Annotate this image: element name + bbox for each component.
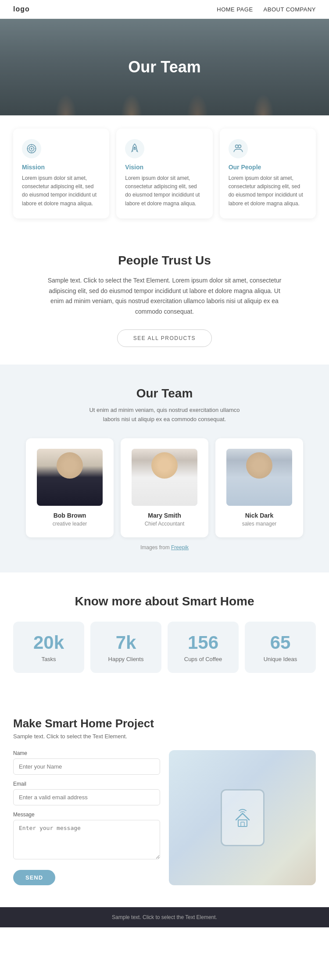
trust-section: People Trust Us Sample text. Click to se… — [0, 236, 329, 365]
stat-coffee-number: 156 — [176, 632, 230, 653]
email-label: Email — [13, 781, 160, 787]
stat-coffee-label: Cups of Coffee — [176, 656, 230, 662]
team-card-nick: Nick Dark sales manager — [215, 438, 303, 537]
email-field-group: Email — [13, 781, 160, 805]
tablet-illustration — [221, 789, 265, 846]
mission-title: Mission — [22, 164, 100, 171]
svg-point-2 — [31, 148, 32, 149]
svg-point-8 — [235, 145, 238, 148]
rocket-icon — [125, 139, 144, 158]
svg-rect-10 — [238, 820, 247, 826]
team-card-bob: Bob Brown creative leader — [26, 438, 114, 537]
stat-tasks-label: Tasks — [22, 656, 75, 662]
contact-title: Make Smart Home Project — [13, 717, 316, 730]
nick-role: sales manager — [224, 521, 294, 527]
team-cards-container: Bob Brown creative leader Mary Smith Chi… — [13, 438, 316, 537]
stat-ideas-label: Unique Ideas — [254, 656, 307, 662]
stat-coffee: 156 Cups of Coffee — [168, 622, 239, 673]
team-subtitle: Ut enim ad minim veniam, quis nostrud ex… — [86, 406, 243, 424]
contact-wrapper: Name Email Message SEND — [13, 750, 316, 885]
nick-photo-img — [226, 449, 292, 506]
vision-title: Vision — [125, 164, 204, 171]
stats-grid: 20k Tasks 7k Happy Clients 156 Cups of C… — [13, 622, 316, 673]
our-people-title: Our People — [229, 164, 307, 171]
svg-point-7 — [134, 147, 136, 148]
svg-point-9 — [238, 145, 241, 148]
hero-section: Our Team — [0, 19, 329, 115]
footer-text: Sample text. Click to select the Text El… — [13, 914, 316, 920]
trust-title: People Trust Us — [13, 254, 316, 268]
our-people-text: Lorem ipsum dolor sit amet, consectetur … — [229, 174, 307, 208]
nick-photo — [226, 449, 292, 506]
stat-ideas-number: 65 — [254, 632, 307, 653]
mary-role: Chief Accountant — [129, 521, 200, 527]
bob-photo — [37, 449, 103, 506]
home-page-link[interactable]: HOME PAGE — [217, 6, 253, 13]
stats-section: Know more about Smart Home 20k Tasks 7k … — [0, 572, 329, 695]
target-icon — [22, 139, 41, 158]
freepik-note: Images from Freepik — [13, 544, 316, 551]
stat-tasks: 20k Tasks — [13, 622, 84, 673]
feature-cards: Mission Lorem ipsum dolor sit amet, cons… — [0, 115, 329, 236]
vision-text: Lorem ipsum dolor sit amet, consectetur … — [125, 174, 204, 208]
svg-rect-11 — [241, 822, 244, 826]
message-label: Message — [13, 812, 160, 818]
vision-card: Vision Lorem ipsum dolor sit amet, conse… — [116, 129, 212, 218]
email-input[interactable] — [13, 789, 160, 805]
about-company-link[interactable]: ABOUT COMPANY — [264, 6, 316, 13]
hero-title: Our Team — [128, 58, 200, 76]
our-people-card: Our People Lorem ipsum dolor sit amet, c… — [220, 129, 316, 218]
team-card-mary: Mary Smith Chief Accountant — [121, 438, 208, 537]
team-title: Our Team — [13, 386, 316, 401]
svg-point-12 — [242, 813, 243, 814]
mary-photo-img — [132, 449, 197, 506]
contact-image-content — [221, 789, 265, 846]
mission-card: Mission Lorem ipsum dolor sit amet, cons… — [13, 129, 109, 218]
mary-photo — [132, 449, 197, 506]
message-field-group: Message — [13, 812, 160, 861]
name-input[interactable] — [13, 758, 160, 775]
nick-name: Nick Dark — [224, 512, 294, 519]
logo: logo — [13, 5, 30, 13]
stat-clients-number: 7k — [99, 632, 153, 653]
stat-tasks-number: 20k — [22, 632, 75, 653]
stats-title: Know more about Smart Home — [13, 594, 316, 608]
navbar: logo HOME PAGE ABOUT COMPANY — [0, 0, 329, 19]
freepik-link[interactable]: Freepik — [171, 544, 189, 551]
name-label: Name — [13, 750, 160, 756]
name-field-group: Name — [13, 750, 160, 775]
house-wifi-icon — [229, 805, 256, 831]
team-section: Our Team Ut enim ad minim veniam, quis n… — [0, 365, 329, 572]
see-all-products-button[interactable]: SEE ALL PRODUCTS — [117, 329, 212, 347]
mission-text: Lorem ipsum dolor sit amet, consectetur … — [22, 174, 100, 208]
stat-clients-label: Happy Clients — [99, 656, 153, 662]
bob-photo-img — [37, 449, 103, 506]
trust-body: Sample text. Click to select the Text El… — [42, 275, 287, 317]
bob-role: creative leader — [35, 521, 105, 527]
nav-links: HOME PAGE ABOUT COMPANY — [217, 6, 316, 13]
people-icon — [229, 139, 248, 158]
stat-clients: 7k Happy Clients — [90, 622, 161, 673]
footer: Sample text. Click to select the Text El… — [0, 907, 329, 927]
contact-section: Make Smart Home Project Sample text. Cli… — [0, 695, 329, 907]
contact-image — [169, 750, 316, 885]
mary-name: Mary Smith — [129, 512, 200, 519]
bob-name: Bob Brown — [35, 512, 105, 519]
stat-ideas: 65 Unique Ideas — [245, 622, 316, 673]
message-input[interactable] — [13, 820, 160, 859]
contact-subtitle: Sample text. Click to select the Text El… — [13, 733, 316, 740]
contact-form: Name Email Message SEND — [13, 750, 160, 885]
send-button[interactable]: SEND — [13, 870, 55, 885]
